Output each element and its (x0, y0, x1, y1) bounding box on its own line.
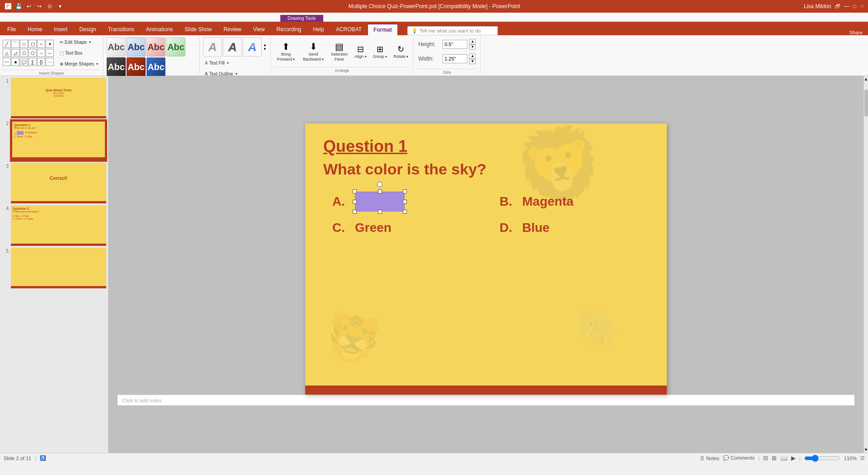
purple-box[interactable] (355, 192, 405, 212)
reading-view-btn[interactable]: 📖 (780, 455, 788, 461)
zoom-slider[interactable] (804, 455, 840, 462)
maximize-button[interactable]: □ (853, 3, 856, 9)
rounded-rect-tool[interactable]: ▢ (28, 40, 37, 48)
group-button[interactable]: ⊞ Group ▾ (371, 38, 390, 65)
shape-style-4[interactable]: Abc (166, 38, 185, 56)
tab-insert[interactable]: Insert (48, 24, 73, 35)
wordart-style-2[interactable]: A (223, 38, 242, 56)
shape-style-3[interactable]: Abc (146, 38, 165, 56)
selection-pane-button[interactable]: ▤ SelectionPane (328, 38, 350, 65)
callout-tool[interactable]: 💬 (20, 58, 28, 66)
shape-style-1[interactable]: Abc (107, 38, 126, 56)
shape-style-2[interactable]: Abc (127, 38, 146, 56)
height-increment[interactable]: ▲ (469, 39, 476, 44)
tab-home[interactable]: Home (22, 24, 47, 35)
handle-ml[interactable] (353, 200, 357, 204)
tab-transitions[interactable]: Transitions (103, 24, 140, 35)
wordart-style-1[interactable]: A (203, 38, 222, 56)
align-button[interactable]: ⊟ Align ▾ (352, 38, 369, 65)
slide-thumb-3[interactable]: 3 Correct! (2, 163, 106, 203)
notes-btn[interactable]: 🗒 Notes (700, 456, 719, 461)
shape-more[interactable]: ▾ (46, 40, 54, 48)
main-slide[interactable]: 🦁 🐯 🐘 Question 1 What color is the sky? … (305, 123, 667, 395)
freeform-tool[interactable]: 〰 (3, 58, 11, 66)
slideshow-btn[interactable]: ▶ (791, 455, 796, 461)
tab-file[interactable]: File (2, 24, 21, 35)
width-increment[interactable]: ▲ (469, 53, 476, 59)
fit-slide-btn[interactable]: ⊡ (860, 455, 864, 461)
tab-view[interactable]: View (248, 24, 270, 35)
height-input[interactable] (443, 40, 467, 49)
formula-tool[interactable]: ∑ (28, 58, 37, 66)
star-tool[interactable]: ★ (11, 58, 19, 66)
tab-design[interactable]: Design (74, 24, 101, 35)
repeat-button[interactable]: ⊙ (45, 2, 54, 11)
width-decrement[interactable]: ▼ (469, 59, 476, 64)
handle-br[interactable] (403, 210, 407, 214)
vertical-scrollbar[interactable]: ▲ ▼ (863, 76, 868, 453)
normal-view-btn[interactable]: ⊟ (763, 455, 768, 461)
tab-slideshow[interactable]: Slide Show (179, 24, 217, 35)
handle-bl[interactable] (353, 210, 357, 214)
tab-recording[interactable]: Recording (271, 24, 307, 35)
height-decrement[interactable]: ▼ (469, 44, 476, 50)
slide-preview-2[interactable]: Question 1 What color is the sky? A. B. … (11, 120, 106, 161)
tab-help[interactable]: Help (307, 24, 330, 35)
rect-tool[interactable]: □ (20, 40, 28, 48)
tell-me-input[interactable]: 💡 Tell me what you want to do (407, 26, 498, 35)
merge-shapes-button[interactable]: ⊕ Merge Shapes ▾ (57, 59, 100, 69)
curve-tool[interactable]: ⌒ (11, 40, 19, 48)
width-input[interactable] (443, 54, 467, 63)
handle-bm[interactable] (378, 210, 382, 214)
text-fill-button[interactable]: A Text Fill ▾ (203, 58, 268, 68)
share-button[interactable]: Share (849, 30, 863, 35)
pentagon-tool[interactable]: ⬠ (20, 49, 28, 57)
qa-dropdown-button[interactable]: ▾ (56, 2, 65, 11)
arrow-tool[interactable]: → (37, 49, 45, 57)
scroll-up-arrow[interactable]: ▲ (864, 76, 868, 82)
shape-style-5[interactable]: Abc (107, 57, 126, 76)
save-button[interactable]: 💾 (14, 2, 23, 11)
scroll-down-arrow[interactable]: ▼ (864, 447, 868, 453)
wordart-scroll-down[interactable]: ▼ (263, 47, 268, 51)
wordart-style-3[interactable]: A (243, 38, 262, 56)
handle-mr[interactable] (403, 200, 407, 204)
slide-thumb-5[interactable]: 5 (2, 248, 106, 288)
tab-review[interactable]: Review (218, 24, 246, 35)
tab-acrobat[interactable]: ACROBAT (330, 24, 367, 35)
handle-tr[interactable] (403, 189, 407, 193)
slide-preview-5[interactable] (11, 248, 106, 288)
slide-thumb-4[interactable]: 4 Question 2 A What color is the grass? … (2, 205, 106, 246)
wordart-scroll-up[interactable]: ▲ (263, 43, 268, 47)
hexagon-tool[interactable]: ⬡ (28, 49, 37, 57)
text-box-button[interactable]: ⬚ Text Box (57, 48, 100, 58)
slide-thumb-2[interactable]: 2 Question 1 What color is the sky? A. B… (2, 120, 106, 161)
undo-button[interactable]: ↩ (24, 2, 33, 11)
line-tool[interactable]: ╱ (3, 40, 11, 48)
slide-sorter-btn[interactable]: ⊞ (772, 455, 777, 461)
tab-animations[interactable]: Animations (141, 24, 178, 35)
oval-tool[interactable]: ○ (37, 40, 45, 48)
scroll-thumb[interactable] (864, 89, 868, 117)
handle-tl[interactable] (353, 189, 357, 193)
slide-thumb-1[interactable]: 1 Quiz About Trivia Mrs. Smith 1/31/2019 (2, 78, 106, 118)
handle-tm[interactable] (378, 189, 382, 193)
slide-preview-4[interactable]: Question 2 A What color is the grass? A.… (11, 205, 106, 246)
shape-style-6[interactable]: Abc (127, 57, 146, 76)
rotate-button[interactable]: ↻ Rotate ▾ (391, 38, 410, 65)
double-arrow-tool[interactable]: ↔ (46, 49, 54, 57)
notes-area[interactable]: Click to add notes (118, 395, 854, 405)
minimize-button[interactable]: — (844, 3, 849, 9)
comments-btn[interactable]: 💬 Comments (723, 455, 755, 461)
bring-forward-button[interactable]: ⬆ BringForward ▾ (274, 38, 298, 65)
slide-preview-1[interactable]: Quiz About Trivia Mrs. Smith 1/31/2019 (11, 78, 106, 118)
edit-shape-button[interactable]: ✏ Edit Shape ▾ (57, 37, 100, 47)
triangle-tool[interactable]: △ (3, 49, 11, 57)
answer-a-shape[interactable] (355, 192, 405, 212)
shape-style-7[interactable]: Abc (146, 57, 165, 76)
send-backward-button[interactable]: ⬇ SendBackward ▾ (300, 38, 326, 65)
brace-tool[interactable]: {} (37, 58, 45, 66)
slide-preview-3[interactable]: Correct! (11, 163, 106, 203)
redo-button[interactable]: ↪ (35, 2, 44, 11)
restore-button[interactable]: 🗗 (835, 3, 840, 9)
